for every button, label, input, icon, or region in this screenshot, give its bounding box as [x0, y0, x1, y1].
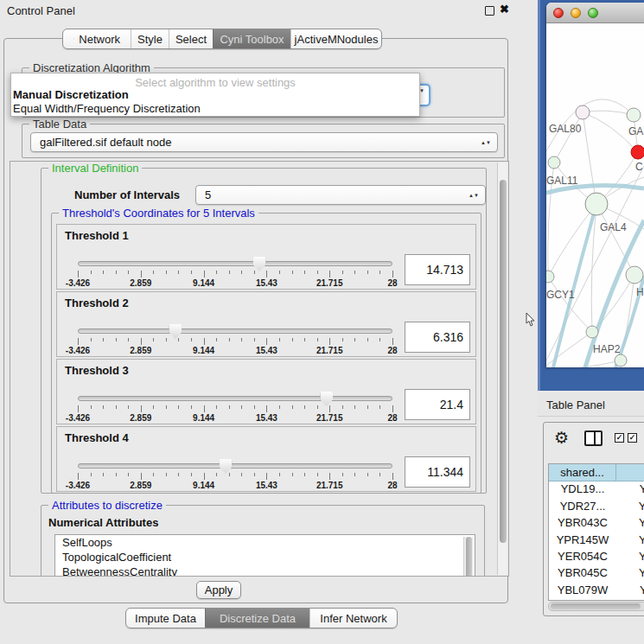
network-node-c[interactable]	[631, 145, 644, 159]
threshold-label: Threshold 4	[65, 431, 129, 444]
attributes-scrollbar-thumb[interactable]	[466, 537, 472, 577]
tab-jactivemnodules[interactable]: jActiveMNodules	[290, 29, 381, 48]
settings-scrollbar[interactable]	[497, 163, 507, 575]
float-window-icon[interactable]	[485, 6, 494, 16]
checkbox-icon[interactable]: ✓	[628, 433, 637, 443]
node-table[interactable]: shared...nYDL19...YDL1YDR27...YDR2YBR043…	[548, 463, 644, 601]
numerical-attributes-list[interactable]: SelfLoopsTopologicalCoefficientBetweenne…	[54, 534, 475, 577]
table-row[interactable]: YLR345WYLR3	[549, 598, 644, 601]
number-of-intervals-value: 5	[205, 188, 211, 201]
columns-icon[interactable]	[584, 430, 603, 446]
threshold-label: Threshold 3	[65, 364, 129, 377]
control-panel-title: Control Panel	[7, 4, 75, 17]
table-row[interactable]: YDR27...YDR2	[549, 498, 644, 514]
table-cell: YBL079W	[549, 582, 616, 598]
threshold-value-field[interactable]: 21.4	[405, 389, 470, 420]
tab-label: jActiveMNodules	[295, 33, 379, 46]
slider-ticks	[78, 338, 392, 346]
numerical-attributes-label: Numerical Attributes	[48, 516, 158, 529]
slider-track[interactable]	[78, 261, 392, 266]
table-cell: YDL19...	[549, 481, 616, 497]
threshold-slider[interactable]: -3.4262.8599.14415.4321.71528	[78, 261, 392, 289]
network-node-gal80[interactable]	[576, 105, 590, 119]
network-node-label: H	[636, 286, 644, 298]
threshold-label: Threshold 2	[65, 296, 129, 309]
tab-select[interactable]: Select	[169, 29, 213, 48]
table-panel-body: ⚙ ✓ ✓ shared...nYDL19...YDL1YDR27...YDR2…	[543, 422, 644, 616]
threshold-slider[interactable]: -3.4262.8599.14415.4321.71528	[78, 328, 392, 356]
table-row[interactable]: YDL19...YDL1	[549, 481, 644, 497]
apply-button[interactable]: Apply	[196, 581, 241, 599]
threshold-slider[interactable]: -3.4262.8599.14415.4321.71528	[78, 463, 392, 491]
attribute-item[interactable]: BetweennessCentrality	[55, 564, 475, 577]
number-of-intervals-combo[interactable]: 5 ▲▼	[195, 185, 486, 205]
threshold-box-3: Threshold 3-3.4262.8599.14415.4321.71528…	[56, 359, 476, 424]
network-node[interactable]	[615, 354, 627, 367]
attribute-item[interactable]: SelfLoops	[55, 535, 475, 550]
network-canvas[interactable]: GAL80GACGAL11GAL4GCY1HHAP2	[546, 23, 644, 367]
combo-arrows-icon: ▲▼	[481, 140, 491, 144]
table-header-cell[interactable]: n	[616, 464, 644, 481]
network-window-titlebar[interactable]	[546, 3, 644, 23]
network-node-ga[interactable]	[627, 108, 641, 122]
table-cell: YBR043C	[549, 514, 616, 531]
slider-track[interactable]	[78, 463, 392, 469]
attributes-scrollbar[interactable]	[463, 537, 473, 577]
slider-thumb[interactable]	[220, 459, 233, 474]
popup-item-manual[interactable]: Manual Discretization	[13, 88, 129, 101]
table-row[interactable]: YBL079WYBL0	[549, 582, 644, 598]
tab-label: Network	[79, 33, 120, 46]
thresholds-group-title: Threshold's Coordinates for 5 Intervals	[59, 207, 258, 220]
gear-icon[interactable]: ⚙	[554, 428, 569, 447]
tab-infer-network[interactable]: Infer Network	[309, 609, 397, 628]
threshold-value-field[interactable]: 11.344	[405, 456, 470, 488]
zoom-traffic-light-icon[interactable]	[588, 8, 598, 18]
slider-thumb[interactable]	[320, 392, 333, 406]
table-cell: YER054C	[549, 548, 616, 564]
table-cell: YBR045C	[549, 564, 616, 581]
attribute-item[interactable]: TopologicalCoefficient	[55, 550, 475, 564]
table-hscrollbar[interactable]	[548, 602, 644, 611]
tab-label: Impute Data	[135, 612, 196, 625]
threshold-box-4: Threshold 4-3.4262.8599.14415.4321.71528…	[56, 426, 476, 492]
table-row[interactable]: YBR043CYBR0	[549, 514, 644, 531]
threshold-value-field[interactable]: 6.316	[405, 322, 470, 353]
minimize-traffic-light-icon[interactable]	[571, 8, 581, 18]
network-node-label: GCY1	[546, 289, 575, 301]
table-row[interactable]: YPR145WYPR1	[549, 532, 644, 548]
threshold-value-field[interactable]: 14.713	[405, 254, 470, 285]
network-node-gal11[interactable]	[548, 156, 560, 169]
checkbox-icon[interactable]: ✓	[615, 433, 624, 443]
table-data-combo-value: galFiltered.sif default node	[40, 136, 171, 149]
tab-discretize-data[interactable]: Discretize Data	[205, 609, 309, 628]
slider-ticks	[78, 405, 392, 413]
table-data-combo[interactable]: galFiltered.sif default node ▲▼	[30, 132, 498, 152]
slider-thumb[interactable]	[253, 257, 266, 271]
slider-track[interactable]	[78, 328, 392, 334]
network-node-gcy1[interactable]	[546, 271, 554, 283]
threshold-slider[interactable]: -3.4262.8599.14415.4321.71528	[78, 396, 392, 424]
close-icon[interactable]: ✖	[500, 3, 509, 16]
tab-impute-data[interactable]: Impute Data	[126, 609, 205, 628]
table-row[interactable]: YER054CYER0	[549, 548, 644, 564]
tab-cyni-toolbox[interactable]: Cyni Toolbox	[213, 29, 290, 48]
table-cell: YDL1	[616, 481, 644, 497]
close-traffic-light-icon[interactable]	[553, 8, 564, 18]
network-node-hap2[interactable]	[586, 326, 598, 338]
network-node-gal4[interactable]	[585, 193, 608, 215]
table-row[interactable]: YBR045CYBR0	[549, 564, 644, 581]
table-header-cell[interactable]: shared...	[549, 464, 616, 481]
network-node-h[interactable]	[626, 266, 643, 284]
slider-track[interactable]	[78, 396, 392, 401]
slider-thumb[interactable]	[169, 324, 182, 339]
tab-network[interactable]: Network	[63, 29, 131, 48]
slider-ticks	[78, 271, 392, 278]
popup-item-equal-width[interactable]: Equal Width/Frequency Discretization	[13, 102, 201, 115]
tab-label: Style	[137, 33, 163, 46]
tab-label: Infer Network	[320, 612, 386, 625]
tab-style[interactable]: Style	[131, 29, 169, 48]
table-hscrollbar-thumb[interactable]	[551, 603, 641, 609]
settings-scrollbar-thumb[interactable]	[500, 180, 507, 543]
threshold-box-2: Threshold 2-3.4262.8599.14415.4321.71528…	[56, 291, 476, 357]
network-node-label: GA	[628, 125, 643, 137]
